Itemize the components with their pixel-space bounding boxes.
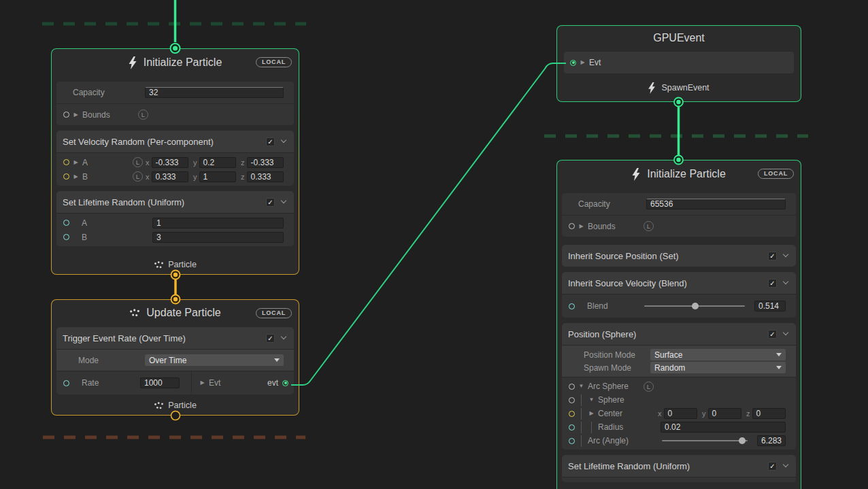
axis-y-label: y: [702, 409, 706, 418]
node-header[interactable]: Initialize Particle LOCAL: [557, 161, 801, 188]
expander-icon[interactable]: ▶: [588, 410, 595, 417]
vector3-port[interactable]: [63, 173, 69, 180]
block-position-sphere[interactable]: Position (Sphere) ✓ Position Mode Surfac…: [562, 323, 796, 450]
bounds-port[interactable]: [63, 112, 69, 118]
bounds-row: ▶ Bounds L: [56, 103, 294, 125]
rate-field[interactable]: 1000: [140, 377, 180, 388]
capacity-field[interactable]: 65536: [646, 199, 786, 209]
spawn-mode-dropdown[interactable]: Random: [650, 362, 786, 373]
block-header[interactable]: Inherit Source Velocity (Blend) ✓: [562, 272, 796, 294]
expander-icon[interactable]: ▼: [588, 397, 595, 403]
vector3-port[interactable]: [569, 411, 575, 417]
y-field[interactable]: 0: [708, 408, 742, 419]
float-port[interactable]: [569, 303, 575, 309]
row-label: A: [82, 158, 130, 167]
block-header[interactable]: Inherit Source Position (Set) ✓: [562, 245, 796, 267]
sphere-port[interactable]: [569, 397, 575, 403]
arc-angle-slider[interactable]: [662, 436, 748, 445]
chevron-down-icon[interactable]: [783, 330, 788, 335]
expander-icon[interactable]: ▶: [72, 112, 80, 118]
space-l-badge[interactable]: L: [133, 157, 143, 167]
block-header[interactable]: Set Lifetime Random (Uniform) ✓: [562, 455, 796, 477]
mode-dropdown[interactable]: Over Time: [145, 354, 284, 366]
z-field[interactable]: 0: [752, 408, 786, 419]
bounds-port[interactable]: [569, 223, 575, 229]
block-header[interactable]: Set Velocity Random (Per-component) ✓: [56, 131, 294, 152]
arc-angle-field[interactable]: 6.283: [757, 435, 786, 446]
block-trigger-event-rate[interactable]: Trigger Event Rate (Over Time) ✓ Mode Ov…: [56, 327, 294, 394]
local-space-badge[interactable]: LOCAL: [758, 169, 794, 179]
block-enabled-checkbox[interactable]: ✓: [768, 252, 777, 260]
space-l-badge[interactable]: L: [644, 382, 654, 392]
vector3-port[interactable]: [63, 159, 69, 165]
y-field[interactable]: 0.2: [199, 157, 237, 168]
slider-handle[interactable]: [692, 303, 699, 309]
space-l-badge[interactable]: L: [644, 221, 654, 231]
vfx-graph-canvas[interactable]: Initialize Particle LOCAL Capacity 32 ▶ …: [0, 0, 868, 489]
blend-slider[interactable]: [644, 301, 745, 311]
y-field[interactable]: 1: [199, 171, 237, 182]
block-header[interactable]: Trigger Event Rate (Over Time) ✓: [56, 327, 294, 349]
chevron-down-icon[interactable]: [281, 198, 286, 203]
expander-icon[interactable]: ▶: [72, 173, 80, 180]
block-inherit-source-velocity[interactable]: Inherit Source Velocity (Blend) ✓ Blend …: [562, 272, 796, 318]
block-set-lifetime-random[interactable]: Set Lifetime Random (Uniform) ✓ A 1: [56, 191, 294, 246]
x-field[interactable]: -0.333: [152, 157, 189, 168]
block-enabled-checkbox[interactable]: ✓: [768, 330, 777, 339]
x-field[interactable]: 0: [664, 408, 698, 419]
evt-input-port[interactable]: [570, 60, 576, 66]
block-enabled-checkbox[interactable]: ✓: [266, 334, 275, 343]
position-mode-dropdown[interactable]: Surface: [650, 349, 786, 360]
local-space-badge[interactable]: LOCAL: [256, 57, 292, 67]
float-port[interactable]: [63, 380, 69, 386]
capacity-field[interactable]: 32: [145, 87, 284, 98]
z-field[interactable]: -0.333: [247, 157, 284, 168]
chevron-down-icon[interactable]: [783, 279, 788, 284]
block-enabled-checkbox[interactable]: ✓: [266, 198, 275, 207]
arc-sphere-port[interactable]: [569, 384, 575, 390]
space-l-badge[interactable]: L: [133, 171, 143, 182]
node-initialize-particle-left[interactable]: Initialize Particle LOCAL Capacity 32 ▶ …: [51, 48, 299, 275]
mode-label: Mode: [78, 356, 142, 365]
z-field[interactable]: 0.333: [247, 171, 284, 182]
node-update-particle[interactable]: Update Particle LOCAL Trigger Event Rate…: [51, 299, 299, 416]
node-gpuevent[interactable]: GPUEvent ▶ Evt SpawnEvent: [556, 25, 801, 102]
float-port[interactable]: [569, 438, 575, 444]
local-space-badge[interactable]: LOCAL: [256, 308, 292, 318]
blend-field[interactable]: 0.514: [754, 301, 786, 311]
bounds-label: Bounds: [82, 110, 127, 120]
block-inherit-source-position[interactable]: Inherit Source Position (Set) ✓: [562, 245, 796, 267]
block-header[interactable]: Set Lifetime Random (Uniform) ✓: [56, 191, 294, 213]
radius-field[interactable]: 0.02: [661, 422, 786, 433]
block-enabled-checkbox[interactable]: ✓: [266, 137, 275, 146]
node-header[interactable]: Update Particle LOCAL: [52, 300, 299, 326]
node-initialize-particle-right[interactable]: Initialize Particle LOCAL Capacity 65536…: [556, 160, 801, 489]
evt-output-port[interactable]: [282, 380, 288, 386]
slider-handle[interactable]: [739, 437, 746, 444]
block-enabled-checkbox[interactable]: ✓: [768, 279, 777, 288]
chevron-down-icon[interactable]: [783, 462, 788, 467]
node-header[interactable]: GPUEvent: [557, 26, 801, 50]
axis-z-label: z: [241, 158, 245, 167]
float-port[interactable]: [63, 234, 69, 240]
node-header[interactable]: Initialize Particle LOCAL: [52, 49, 299, 76]
x-field[interactable]: 0.333: [152, 171, 189, 182]
edge-evt-to-gpuevent[interactable]: [291, 63, 566, 385]
chevron-down-icon[interactable]: [783, 252, 788, 257]
expander-icon[interactable]: ▶: [72, 159, 80, 166]
block-header[interactable]: Position (Sphere) ✓: [562, 323, 796, 345]
block-set-velocity-random[interactable]: Set Velocity Random (Per-component) ✓ ▶ …: [56, 131, 294, 186]
chevron-down-icon[interactable]: [281, 137, 286, 143]
space-l-badge[interactable]: L: [138, 109, 148, 120]
axis-y-label: y: [193, 158, 197, 167]
expander-icon[interactable]: ▶: [578, 223, 585, 230]
chevron-down-icon[interactable]: [281, 334, 286, 339]
float-port[interactable]: [63, 220, 69, 226]
expander-icon[interactable]: ▼: [578, 383, 585, 390]
block-set-lifetime-random[interactable]: Set Lifetime Random (Uniform) ✓: [562, 455, 796, 482]
value-field[interactable]: 3: [152, 232, 284, 243]
value-field[interactable]: 1: [152, 218, 284, 229]
float-port[interactable]: [569, 424, 575, 431]
sphere-label: Sphere: [598, 395, 624, 405]
block-enabled-checkbox[interactable]: ✓: [768, 462, 777, 471]
